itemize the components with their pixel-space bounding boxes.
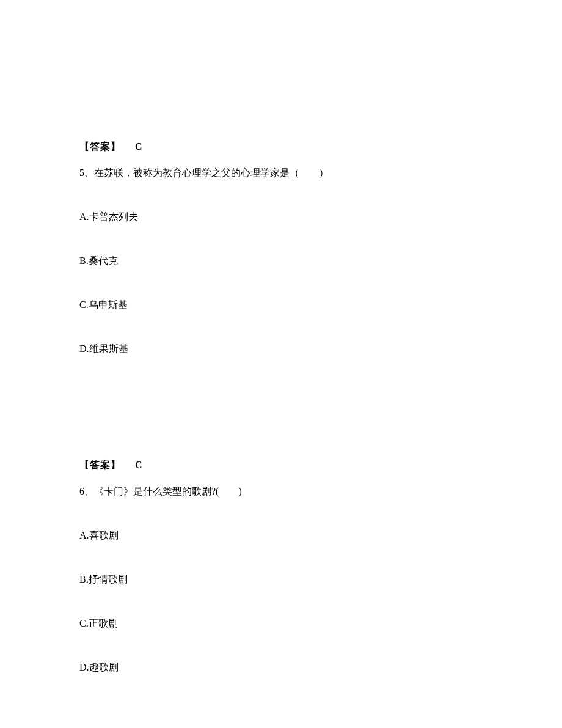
spacer — [79, 386, 483, 459]
answer-block-2: 【答案】 C — [79, 459, 483, 472]
option-text: 桑代克 — [89, 256, 118, 266]
answer-block-1: 【答案】 C — [79, 141, 483, 153]
option-text: 乌申斯基 — [89, 300, 128, 310]
option-5b: B.桑代克 — [79, 254, 483, 268]
option-text: 趣歌剧 — [89, 662, 119, 672]
option-text: 维果斯基 — [89, 344, 128, 354]
question-body: 《卡门》是什么类型的歌剧?( ) — [94, 486, 242, 496]
option-text: 喜歌剧 — [89, 530, 119, 540]
option-letter: B. — [79, 574, 89, 584]
option-6a: A.喜歌剧 — [79, 528, 483, 543]
question-number: 6、 — [79, 486, 94, 496]
question-body: 在苏联，被称为教育心理学之父的心理学家是（ ） — [94, 167, 329, 178]
answer-value: C — [135, 141, 143, 152]
question-6-text: 6、《卡门》是什么类型的歌剧?( ) — [79, 484, 483, 499]
option-letter: A. — [79, 530, 89, 540]
option-5a: A.卡普杰列夫 — [79, 210, 483, 224]
option-text: 正歌剧 — [89, 618, 118, 628]
option-letter: C. — [79, 618, 89, 628]
option-letter: C. — [79, 300, 89, 310]
option-text: 抒情歌剧 — [89, 574, 128, 584]
option-5d: D.维果斯基 — [79, 342, 483, 356]
answer-label: 【答案】 — [79, 141, 121, 152]
answer-label: 【答案】 — [79, 460, 121, 470]
document-content: 【答案】 C 5、在苏联，被称为教育心理学之父的心理学家是（ ） A.卡普杰列夫… — [0, 0, 562, 675]
option-letter: B. — [79, 256, 89, 266]
option-6c: C.正歌剧 — [79, 616, 483, 631]
question-5-text: 5、在苏联，被称为教育心理学之父的心理学家是（ ） — [79, 166, 483, 180]
question-number: 5、 — [79, 167, 94, 178]
option-6b: B.抒情歌剧 — [79, 572, 483, 587]
option-6d: D.趣歌剧 — [79, 660, 483, 675]
option-letter: A. — [79, 211, 89, 222]
option-letter: D. — [79, 344, 89, 354]
option-text: 卡普杰列夫 — [89, 211, 138, 222]
answer-value: C — [135, 460, 143, 470]
option-5c: C.乌申斯基 — [79, 298, 483, 312]
option-letter: D. — [79, 662, 89, 672]
